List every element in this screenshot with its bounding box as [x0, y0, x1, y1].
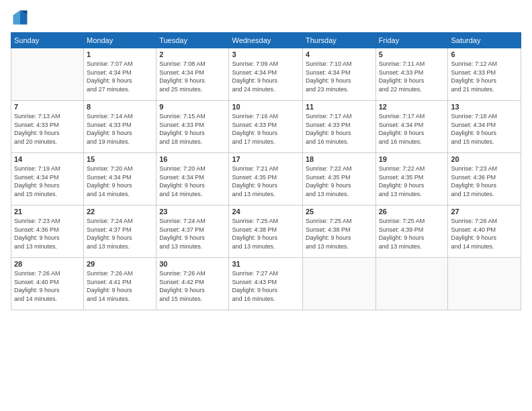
day-number: 2: [159, 50, 226, 58]
day-info: Sunrise: 7:09 AMSunset: 4:34 PMDaylight:…: [232, 60, 300, 93]
day-info: Sunrise: 7:23 AMSunset: 4:36 PMDaylight:…: [14, 217, 81, 250]
day-info: Sunrise: 7:22 AMSunset: 4:35 PMDaylight:…: [379, 165, 445, 198]
weekday-header-tuesday: Tuesday: [157, 33, 229, 48]
calendar-table: SundayMondayTuesdayWednesdayThursdayFrid…: [11, 32, 521, 310]
calendar-cell: 12Sunrise: 7:17 AMSunset: 4:34 PMDayligh…: [375, 101, 448, 153]
day-number: 31: [232, 260, 300, 268]
day-info: Sunrise: 7:17 AMSunset: 4:33 PMDaylight:…: [306, 112, 373, 146]
calendar-cell: 21Sunrise: 7:23 AMSunset: 4:36 PMDayligh…: [11, 205, 84, 258]
logo-icon: [11, 8, 30, 27]
calendar-cell: 18Sunrise: 7:22 AMSunset: 4:35 PMDayligh…: [302, 153, 375, 205]
calendar-cell: 23Sunrise: 7:24 AMSunset: 4:37 PMDayligh…: [157, 205, 229, 258]
calendar-cell: 3Sunrise: 7:09 AMSunset: 4:34 PMDaylight…: [229, 48, 303, 101]
day-info: Sunrise: 7:20 AMSunset: 4:34 PMDaylight:…: [87, 165, 153, 198]
day-number: 11: [306, 103, 373, 111]
calendar-week-row: 7Sunrise: 7:13 AMSunset: 4:33 PMDaylight…: [11, 101, 521, 153]
header: [11, 8, 521, 27]
day-number: 23: [159, 208, 226, 216]
day-info: Sunrise: 7:24 AMSunset: 4:37 PMDaylight:…: [159, 217, 226, 250]
weekday-header-monday: Monday: [84, 33, 157, 48]
calendar-cell: [375, 258, 448, 310]
weekday-header-thursday: Thursday: [302, 33, 375, 48]
day-number: 16: [159, 155, 226, 163]
calendar-cell: 10Sunrise: 7:16 AMSunset: 4:33 PMDayligh…: [229, 101, 303, 153]
day-info: Sunrise: 7:26 AMSunset: 4:40 PMDaylight:…: [14, 269, 81, 303]
day-info: Sunrise: 7:26 AMSunset: 4:41 PMDaylight:…: [87, 269, 153, 303]
day-number: 12: [379, 103, 445, 111]
day-number: 15: [87, 155, 153, 163]
day-number: 8: [87, 103, 153, 111]
calendar-cell: 11Sunrise: 7:17 AMSunset: 4:33 PMDayligh…: [302, 101, 375, 153]
day-number: 13: [451, 103, 518, 111]
calendar-cell: 7Sunrise: 7:13 AMSunset: 4:33 PMDaylight…: [11, 101, 84, 153]
calendar-cell: 14Sunrise: 7:19 AMSunset: 4:34 PMDayligh…: [11, 153, 84, 205]
day-number: 21: [14, 208, 81, 216]
day-info: Sunrise: 7:16 AMSunset: 4:33 PMDaylight:…: [232, 112, 300, 146]
day-info: Sunrise: 7:27 AMSunset: 4:43 PMDaylight:…: [232, 269, 300, 303]
svg-marker-1: [13, 11, 21, 25]
calendar-cell: 31Sunrise: 7:27 AMSunset: 4:43 PMDayligh…: [229, 258, 303, 310]
day-number: 20: [451, 155, 518, 163]
day-info: Sunrise: 7:15 AMSunset: 4:33 PMDaylight:…: [159, 112, 226, 146]
day-info: Sunrise: 7:08 AMSunset: 4:34 PMDaylight:…: [159, 60, 226, 93]
day-info: Sunrise: 7:26 AMSunset: 4:42 PMDaylight:…: [159, 269, 226, 303]
weekday-header-friday: Friday: [375, 33, 448, 48]
day-number: 22: [87, 208, 153, 216]
calendar-cell: [302, 258, 375, 310]
day-number: 29: [87, 260, 153, 268]
calendar-week-row: 21Sunrise: 7:23 AMSunset: 4:36 PMDayligh…: [11, 205, 521, 258]
weekday-header-saturday: Saturday: [448, 33, 521, 48]
day-number: 5: [379, 50, 445, 58]
calendar-cell: [11, 48, 84, 101]
weekday-header-wednesday: Wednesday: [229, 33, 303, 48]
day-info: Sunrise: 7:19 AMSunset: 4:34 PMDaylight:…: [14, 165, 81, 198]
calendar-cell: 1Sunrise: 7:07 AMSunset: 4:34 PMDaylight…: [84, 48, 157, 101]
day-number: 30: [159, 260, 226, 268]
day-number: 1: [87, 50, 153, 58]
day-info: Sunrise: 7:11 AMSunset: 4:33 PMDaylight:…: [379, 60, 445, 93]
calendar-cell: [448, 258, 521, 310]
calendar-cell: 29Sunrise: 7:26 AMSunset: 4:41 PMDayligh…: [84, 258, 157, 310]
day-info: Sunrise: 7:20 AMSunset: 4:34 PMDaylight:…: [159, 165, 226, 198]
day-number: 24: [232, 208, 300, 216]
day-info: Sunrise: 7:24 AMSunset: 4:37 PMDaylight:…: [87, 217, 153, 250]
day-info: Sunrise: 7:10 AMSunset: 4:34 PMDaylight:…: [306, 60, 373, 93]
calendar-cell: 24Sunrise: 7:25 AMSunset: 4:38 PMDayligh…: [229, 205, 303, 258]
calendar-cell: 27Sunrise: 7:26 AMSunset: 4:40 PMDayligh…: [448, 205, 521, 258]
calendar-cell: 17Sunrise: 7:21 AMSunset: 4:35 PMDayligh…: [229, 153, 303, 205]
day-number: 10: [232, 103, 300, 111]
day-number: 14: [14, 155, 81, 163]
day-number: 7: [14, 103, 81, 111]
day-info: Sunrise: 7:26 AMSunset: 4:40 PMDaylight:…: [451, 217, 518, 250]
day-number: 17: [232, 155, 300, 163]
calendar-cell: 30Sunrise: 7:26 AMSunset: 4:42 PMDayligh…: [157, 258, 229, 310]
day-number: 19: [379, 155, 445, 163]
page: SundayMondayTuesdayWednesdayThursdayFrid…: [0, 0, 532, 411]
calendar-cell: 15Sunrise: 7:20 AMSunset: 4:34 PMDayligh…: [84, 153, 157, 205]
day-number: 9: [159, 103, 226, 111]
day-info: Sunrise: 7:13 AMSunset: 4:33 PMDaylight:…: [14, 112, 81, 146]
day-number: 26: [379, 208, 445, 216]
calendar-cell: 4Sunrise: 7:10 AMSunset: 4:34 PMDaylight…: [302, 48, 375, 101]
logo: [11, 8, 32, 27]
weekday-header-row: SundayMondayTuesdayWednesdayThursdayFrid…: [11, 33, 521, 48]
day-info: Sunrise: 7:14 AMSunset: 4:33 PMDaylight:…: [87, 112, 153, 146]
calendar-cell: 20Sunrise: 7:23 AMSunset: 4:36 PMDayligh…: [448, 153, 521, 205]
day-info: Sunrise: 7:07 AMSunset: 4:34 PMDaylight:…: [87, 60, 153, 93]
day-info: Sunrise: 7:22 AMSunset: 4:35 PMDaylight:…: [306, 165, 373, 198]
calendar-cell: 13Sunrise: 7:18 AMSunset: 4:34 PMDayligh…: [448, 101, 521, 153]
day-info: Sunrise: 7:18 AMSunset: 4:34 PMDaylight:…: [451, 112, 518, 146]
day-number: 3: [232, 50, 300, 58]
day-info: Sunrise: 7:25 AMSunset: 4:39 PMDaylight:…: [379, 217, 445, 250]
calendar-cell: 9Sunrise: 7:15 AMSunset: 4:33 PMDaylight…: [157, 101, 229, 153]
day-number: 25: [306, 208, 373, 216]
calendar-cell: 19Sunrise: 7:22 AMSunset: 4:35 PMDayligh…: [375, 153, 448, 205]
calendar-week-row: 28Sunrise: 7:26 AMSunset: 4:40 PMDayligh…: [11, 258, 521, 310]
calendar-cell: 2Sunrise: 7:08 AMSunset: 4:34 PMDaylight…: [157, 48, 229, 101]
calendar-cell: 28Sunrise: 7:26 AMSunset: 4:40 PMDayligh…: [11, 258, 84, 310]
day-number: 18: [306, 155, 373, 163]
calendar-week-row: 1Sunrise: 7:07 AMSunset: 4:34 PMDaylight…: [11, 48, 521, 101]
calendar-cell: 6Sunrise: 7:12 AMSunset: 4:33 PMDaylight…: [448, 48, 521, 101]
calendar-cell: 25Sunrise: 7:25 AMSunset: 4:38 PMDayligh…: [302, 205, 375, 258]
calendar-cell: 5Sunrise: 7:11 AMSunset: 4:33 PMDaylight…: [375, 48, 448, 101]
